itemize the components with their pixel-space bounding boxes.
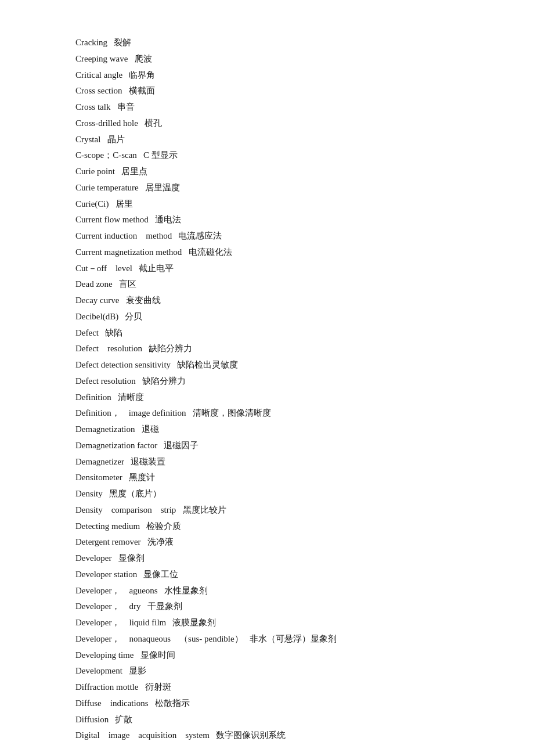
list-item: Cross-drilled hole 横孔 (75, 116, 488, 132)
term-english: Cracking (75, 38, 107, 47)
term-chinese: 显影 (129, 666, 146, 675)
term-english: Creeping wave (75, 54, 128, 63)
term-chinese: 退磁装置 (131, 457, 165, 466)
term-english: Digital image acquisition system (75, 730, 210, 740)
term-english: Detergent remover (75, 537, 141, 546)
list-item: Current magnetization method 电流磁化法 (75, 244, 488, 261)
term-english: Density (75, 489, 103, 498)
term-english: Demagnetizer (75, 457, 124, 466)
term-english: Current induction method (75, 231, 172, 240)
term-chinese: 横截面 (129, 86, 155, 95)
term-chinese: 检验介质 (146, 521, 181, 531)
list-item: Densitometer 黑度计 (75, 470, 488, 486)
term-english: Density comparison strip (75, 505, 176, 514)
list-item: Decay curve 衰变曲线 (75, 293, 488, 309)
list-item: Defect 缺陷 (75, 325, 488, 341)
term-english: Defect resolution (75, 376, 136, 386)
term-chinese: 缺陷分辨力 (149, 344, 192, 353)
list-item: Current induction method 电流感应法 (75, 228, 488, 244)
list-item: Digital image acquisition system 数字图像识别系… (75, 728, 488, 744)
term-english: Development (75, 666, 122, 675)
term-english: Dead zone (75, 279, 113, 289)
list-item: Definition， image definition 清晰度，图像清晰度 (75, 405, 488, 422)
term-chinese: 清晰度，图像清晰度 (193, 408, 271, 417)
list-item: Decibel(dB) 分贝 (75, 309, 488, 325)
term-english: Crystal (75, 135, 100, 144)
term-english: Developing time (75, 650, 134, 660)
list-item: Defect detection sensitivity 缺陷检出灵敏度 (75, 357, 488, 373)
term-english: Demagnetization factor (75, 441, 157, 450)
term-chinese: 分贝 (125, 312, 142, 321)
term-chinese: 黑度比较片 (183, 505, 226, 514)
term-english: Defect (75, 328, 99, 337)
term-english: Defect resolution (75, 344, 142, 353)
list-item: Density 黑度（底片） (75, 486, 488, 502)
term-chinese: 扩散 (115, 715, 132, 724)
term-english: Decay curve (75, 296, 119, 305)
list-item: Developer， dry 干显象剂 (75, 599, 488, 615)
list-item: Cross section 横截面 (75, 83, 488, 99)
list-item: Crystal 晶片 (75, 132, 488, 148)
term-english: Densitometer (75, 473, 122, 482)
term-english: Defect detection sensitivity (75, 360, 171, 369)
list-item: Curie point 居里点 (75, 164, 488, 180)
term-chinese: 显像工位 (143, 570, 178, 579)
term-chinese: 居里 (116, 199, 133, 208)
list-item: Development 显影 (75, 663, 488, 679)
list-item: Critical angle 临界角 (75, 67, 488, 84)
term-chinese: 松散指示 (155, 699, 190, 708)
term-english: Definition (75, 393, 111, 402)
term-english: Developer， dry (75, 602, 140, 611)
term-chinese: 串音 (117, 102, 135, 111)
term-chinese: 缺陷检出灵敏度 (177, 360, 238, 369)
term-chinese: 临界角 (129, 70, 155, 80)
term-english: Demagnetization (75, 424, 135, 434)
term-chinese: 非水（可悬浮）显象剂 (250, 634, 337, 643)
list-item: Demagnetizer 退磁装置 (75, 454, 488, 470)
list-item: Developer station 显像工位 (75, 567, 488, 583)
list-item: Defect resolution 缺陷分辨力 (75, 341, 488, 357)
term-english: Detecting medium (75, 521, 140, 531)
term-english: Definition， image definition (75, 408, 186, 417)
list-item: Curie(Ci) 居里 (75, 196, 488, 213)
term-chinese: 电流感应法 (178, 231, 222, 240)
list-item: Demagnetization factor 退磁因子 (75, 438, 488, 454)
list-item: Current flow method 通电法 (75, 212, 488, 228)
list-item: Cross talk 串音 (75, 99, 488, 116)
term-chinese: 洗净液 (147, 537, 174, 546)
term-chinese: 居里温度 (145, 183, 180, 192)
term-chinese: 液膜显象剂 (172, 618, 216, 627)
list-item: Demagnetization 退磁 (75, 422, 488, 438)
list-item: Developing time 显像时间 (75, 647, 488, 664)
list-item: Diffuse indications 松散指示 (75, 696, 488, 712)
term-list: Cracking 裂解Creeping wave 爬波Critical angl… (75, 35, 488, 744)
term-chinese: 黑度（底片） (109, 489, 161, 498)
term-english: Curie point (75, 167, 115, 176)
list-item: Cut－off level 截止电平 (75, 261, 488, 277)
term-english: Decibel(dB) (75, 312, 118, 321)
term-chinese: 退磁 (142, 424, 159, 434)
term-chinese: 显像剂 (118, 553, 145, 563)
list-item: Diffraction mottle 衍射斑 (75, 679, 488, 696)
term-english: Developer， nonaqueous （sus- pendible） (75, 634, 243, 643)
list-item: Detecting medium 检验介质 (75, 519, 488, 535)
list-item: Definition 清晰度 (75, 390, 488, 406)
term-chinese: 截止电平 (139, 264, 174, 273)
term-english: Cross-drilled hole (75, 118, 138, 128)
list-item: Diffusion 扩散 (75, 712, 488, 728)
list-item: Developer 显像剂 (75, 550, 488, 567)
term-english: Developer station (75, 570, 137, 579)
term-english: Current flow method (75, 215, 149, 224)
list-item: Density comparison strip 黑度比较片 (75, 502, 488, 519)
term-chinese: 干显象剂 (147, 602, 182, 611)
list-item: C-scope；C-scan C 型显示 (75, 147, 488, 164)
term-chinese: 衍射斑 (145, 682, 171, 692)
term-chinese: 数字图像识别系统 (216, 730, 286, 740)
term-english: Cross talk (75, 102, 110, 111)
list-item: Dead zone 盲区 (75, 276, 488, 293)
list-item: Developer， liquid film 液膜显象剂 (75, 615, 488, 631)
term-chinese: 裂解 (114, 38, 131, 47)
term-chinese: C 型显示 (143, 150, 178, 160)
term-english: Critical angle (75, 70, 122, 80)
list-item: Developer， agueons 水性显象剂 (75, 583, 488, 599)
